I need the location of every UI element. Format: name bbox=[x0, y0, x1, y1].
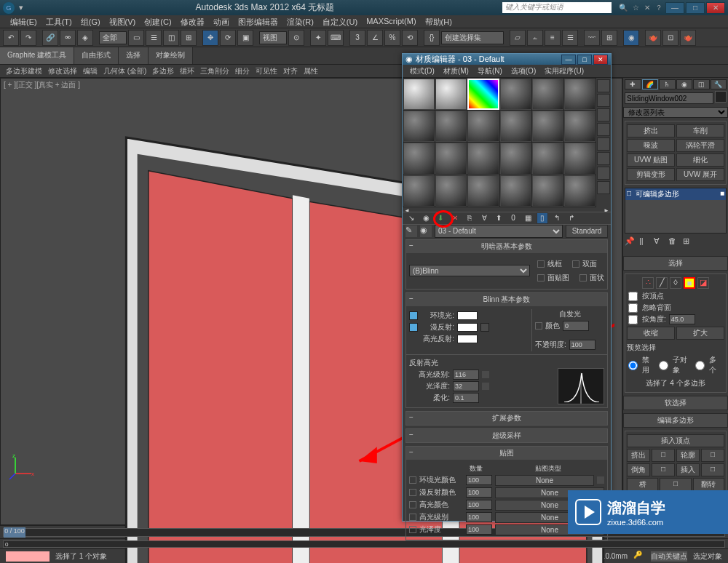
stack-remove-icon[interactable]: 🗑 bbox=[668, 236, 681, 249]
me-slot-18[interactable] bbox=[564, 143, 596, 174]
tab-hierarchy-icon[interactable]: ♄ bbox=[659, 79, 676, 89]
sub-props[interactable]: 属性 bbox=[301, 65, 321, 77]
btn-shrink[interactable]: 收缩 bbox=[627, 327, 675, 340]
by-vertex-check[interactable] bbox=[628, 292, 638, 301]
ribbon-tab-paint[interactable]: 对象绘制 bbox=[149, 47, 193, 64]
me-slot-3[interactable] bbox=[467, 79, 499, 110]
menu-help[interactable]: 帮助(H) bbox=[421, 15, 456, 28]
menu-render[interactable]: 渲染(R) bbox=[282, 15, 318, 28]
select-button[interactable]: ▭ bbox=[128, 30, 144, 46]
angle-input[interactable] bbox=[669, 314, 695, 324]
render-frame-button[interactable]: ⊡ bbox=[662, 30, 678, 46]
window-crossing-button[interactable]: ⊞ bbox=[181, 30, 197, 46]
tab-modify-icon[interactable]: 🌈 bbox=[642, 79, 659, 89]
me-slot-17[interactable] bbox=[532, 143, 563, 174]
diffuse-map-icon[interactable] bbox=[480, 323, 489, 332]
material-editor-button[interactable]: ◉ bbox=[623, 30, 639, 46]
btn-extrude2[interactable]: 挤出 bbox=[627, 449, 650, 462]
soften-input[interactable] bbox=[453, 393, 479, 403]
bind-button[interactable]: ◈ bbox=[77, 30, 93, 46]
me-mtllib-icon[interactable] bbox=[597, 181, 610, 194]
map0-lock-icon[interactable] bbox=[597, 476, 604, 484]
menu-tools[interactable]: 工具(T) bbox=[41, 15, 76, 28]
sub-icon[interactable]: ☆ bbox=[633, 4, 639, 12]
menu-maxscript[interactable]: MAXScript(M) bbox=[362, 15, 420, 28]
me-slot-9[interactable] bbox=[467, 111, 499, 142]
pv-sub-radio[interactable] bbox=[659, 361, 668, 370]
tab-utilities-icon[interactable]: 🔧 bbox=[711, 79, 727, 89]
redo-button[interactable]: ↷ bbox=[20, 30, 36, 46]
rollout-selection[interactable]: 选择 bbox=[623, 256, 728, 271]
schematic-button[interactable]: ⊞ bbox=[601, 30, 617, 46]
me-backlight-icon[interactable] bbox=[597, 94, 610, 107]
me-maps-header[interactable]: 贴图 bbox=[406, 447, 607, 460]
me-pick2-icon[interactable]: ◉ bbox=[420, 225, 432, 237]
align-button[interactable]: ⫠ bbox=[527, 30, 543, 46]
stack-config-icon[interactable]: ⊞ bbox=[683, 236, 696, 249]
pv-multi-radio[interactable] bbox=[695, 361, 705, 370]
me-goparent-icon[interactable]: ↰ bbox=[551, 212, 563, 224]
snap-button[interactable]: 3 bbox=[349, 30, 365, 46]
me-slot-4[interactable] bbox=[500, 79, 531, 110]
minimize-button[interactable]: — bbox=[665, 2, 684, 14]
btn-bridge[interactable]: 桥 bbox=[627, 478, 658, 491]
facemap-check[interactable] bbox=[537, 274, 545, 282]
modifier-stack[interactable]: □ 可编辑多边形 ■ bbox=[625, 188, 727, 233]
me-slot-19[interactable] bbox=[403, 175, 435, 207]
me-putscene-icon[interactable]: ◉ bbox=[420, 212, 432, 224]
menu-customize[interactable]: 自定义(U) bbox=[318, 15, 362, 28]
me-menu-mode[interactable]: 模式(D) bbox=[405, 65, 439, 77]
me-getmat-icon[interactable]: ↘ bbox=[405, 212, 417, 224]
sub-vis[interactable]: 可见性 bbox=[253, 65, 280, 77]
me-shader-header[interactable]: 明暗器基本参数 bbox=[406, 240, 607, 253]
edit-selset-button[interactable]: {} bbox=[424, 30, 440, 46]
subobj-edge-icon[interactable]: ╱ bbox=[656, 277, 668, 289]
me-unique-icon[interactable]: ∀ bbox=[478, 212, 490, 224]
btn-insvertex[interactable]: 插入顶点 bbox=[627, 434, 724, 447]
btn-extrude[interactable]: 挤出 bbox=[627, 124, 675, 137]
diffuse-lock-icon[interactable] bbox=[409, 323, 418, 332]
me-name-input[interactable]: 03 - Default bbox=[435, 225, 563, 238]
me-slot-8[interactable] bbox=[435, 111, 467, 142]
speclvl-map-icon[interactable] bbox=[482, 371, 489, 378]
subobj-poly-icon[interactable]: ■ bbox=[684, 277, 695, 289]
me-slot-23[interactable] bbox=[532, 175, 563, 207]
me-slot-13[interactable] bbox=[403, 143, 435, 174]
btn-bevel[interactable]: 倒角 bbox=[627, 463, 650, 476]
time-marker[interactable]: 0 / 100 bbox=[4, 527, 25, 538]
move-button[interactable]: ✥ bbox=[202, 30, 218, 46]
help-icon[interactable]: ？ bbox=[655, 4, 662, 12]
key-icon[interactable]: 🔑 bbox=[633, 551, 645, 562]
manipulate-button[interactable]: ✦ bbox=[310, 30, 326, 46]
me-menu-util[interactable]: 实用程序(U) bbox=[540, 65, 588, 77]
sub-subdiv[interactable]: 细分 bbox=[232, 65, 253, 77]
me-slot-10[interactable] bbox=[500, 111, 531, 142]
me-slot-15[interactable] bbox=[467, 143, 499, 174]
ribbon-tab-freeform[interactable]: 自由形式 bbox=[74, 47, 119, 64]
me-uvtile-icon[interactable] bbox=[597, 123, 610, 136]
by-angle-check[interactable] bbox=[628, 315, 638, 324]
rollout-softsel[interactable]: 软选择 bbox=[623, 396, 728, 410]
btn-clipdeform[interactable]: 剪辑变形 bbox=[627, 168, 675, 181]
me-slot-2[interactable] bbox=[435, 79, 467, 110]
stack-unique-icon[interactable]: ∀ bbox=[654, 236, 667, 249]
layer-mgr-button[interactable]: ☰ bbox=[562, 30, 578, 46]
me-slot-21[interactable] bbox=[467, 175, 499, 207]
unlink-button[interactable]: ⚮ bbox=[60, 30, 76, 46]
spinner-snap-button[interactable]: ⟲ bbox=[402, 30, 418, 46]
subobj-border-icon[interactable]: ◊ bbox=[670, 277, 681, 289]
specular-swatch[interactable] bbox=[457, 335, 478, 343]
btn-outline-set[interactable]: □ bbox=[701, 449, 724, 462]
me-gosib-icon[interactable]: ↱ bbox=[566, 212, 577, 224]
me-shader-select[interactable]: (B)Blinn bbox=[409, 265, 530, 276]
faceted-check[interactable] bbox=[579, 274, 587, 282]
sub-polys[interactable]: 多边形 bbox=[149, 65, 177, 77]
ignore-back-check[interactable] bbox=[628, 303, 638, 313]
selset-combo[interactable]: 选定对象 bbox=[693, 551, 722, 562]
me-bg-icon[interactable] bbox=[597, 108, 610, 121]
wire-check[interactable] bbox=[537, 260, 545, 268]
me-type-button[interactable]: Standard bbox=[566, 225, 608, 238]
opacity-input[interactable] bbox=[569, 340, 596, 350]
me-sample-type-icon[interactable] bbox=[597, 79, 610, 92]
subobj-element-icon[interactable]: ◪ bbox=[697, 277, 709, 289]
